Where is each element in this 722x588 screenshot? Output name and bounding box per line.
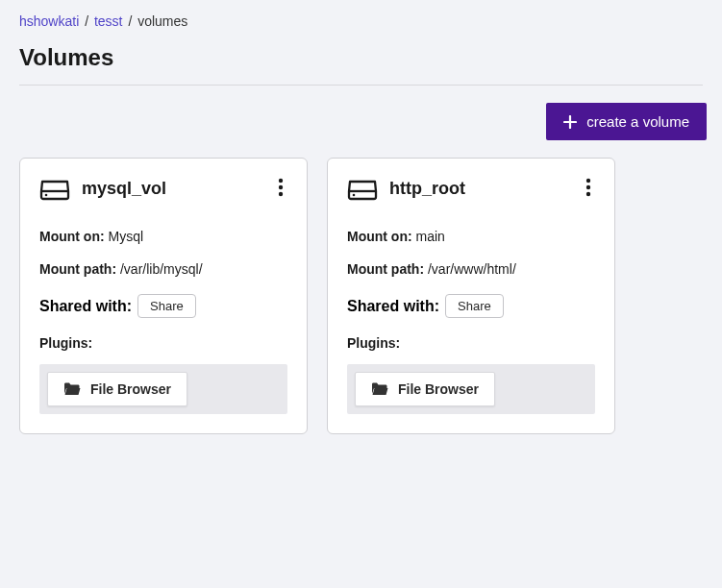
action-bar: create a volume bbox=[0, 86, 722, 158]
volume-card: http_root Mount on: main Mount path: /va… bbox=[327, 158, 615, 434]
more-vertical-icon bbox=[585, 178, 591, 200]
mount-on-value: Mysql bbox=[109, 229, 144, 244]
volume-name: http_root bbox=[389, 179, 465, 199]
plugins-section: Plugins: File Browser bbox=[347, 335, 595, 414]
mount-path-label: Mount path: bbox=[39, 261, 116, 277]
plugins-bar: File Browser bbox=[347, 364, 595, 414]
hard-drive-icon bbox=[347, 178, 378, 201]
mount-path-row: Mount path: /var/lib/mysql/ bbox=[39, 261, 287, 277]
plugins-section: Plugins: File Browser bbox=[39, 335, 287, 414]
file-browser-label: File Browser bbox=[398, 381, 479, 397]
create-volume-label: create a volume bbox=[586, 113, 689, 130]
svg-point-7 bbox=[586, 179, 590, 183]
volume-card-header: http_root bbox=[347, 174, 595, 204]
plugins-label: Plugins: bbox=[347, 335, 595, 351]
mount-on-label: Mount on: bbox=[39, 229, 105, 244]
more-vertical-icon bbox=[278, 178, 284, 200]
svg-point-3 bbox=[279, 185, 283, 189]
svg-point-8 bbox=[586, 185, 590, 189]
shared-with-label: Shared with: bbox=[39, 298, 132, 315]
file-browser-label: File Browser bbox=[90, 381, 171, 397]
svg-point-1 bbox=[45, 193, 48, 196]
breadcrumb-link-org[interactable]: hshowkati bbox=[19, 13, 79, 29]
shared-with-row: Shared with: Share bbox=[347, 294, 595, 318]
mount-on-value: main bbox=[416, 229, 445, 244]
volume-card-header: mysql_vol bbox=[39, 174, 287, 204]
mount-path-value: /var/lib/mysql/ bbox=[120, 261, 203, 277]
svg-point-6 bbox=[353, 193, 356, 196]
volume-title-group: http_root bbox=[347, 178, 465, 201]
mount-on-label: Mount on: bbox=[347, 229, 412, 244]
share-button[interactable]: Share bbox=[445, 294, 504, 318]
volume-name: mysql_vol bbox=[82, 179, 166, 199]
volumes-list: mysql_vol Mount on: Mysql Mount path: /v… bbox=[0, 158, 722, 434]
page-title: Volumes bbox=[0, 37, 722, 85]
breadcrumb-link-project[interactable]: tesst bbox=[94, 13, 123, 29]
shared-with-row: Shared with: Share bbox=[39, 294, 287, 318]
share-button[interactable]: Share bbox=[137, 294, 196, 318]
breadcrumb-separator: / bbox=[128, 13, 136, 29]
folder-open-icon bbox=[63, 382, 81, 396]
mount-on-row: Mount on: Mysql bbox=[39, 229, 287, 244]
more-options-button[interactable] bbox=[582, 174, 595, 204]
plugins-bar: File Browser bbox=[39, 364, 287, 414]
volume-title-group: mysql_vol bbox=[39, 178, 166, 201]
mount-path-label: Mount path: bbox=[347, 261, 424, 277]
mount-path-row: Mount path: /var/www/html/ bbox=[347, 261, 595, 277]
volume-card: mysql_vol Mount on: Mysql Mount path: /v… bbox=[19, 158, 308, 434]
file-browser-button[interactable]: File Browser bbox=[355, 372, 495, 406]
create-volume-button[interactable]: create a volume bbox=[546, 103, 707, 140]
svg-point-4 bbox=[279, 192, 283, 196]
svg-point-2 bbox=[279, 179, 283, 183]
breadcrumb-current: volumes bbox=[137, 13, 187, 29]
plugins-label: Plugins: bbox=[39, 335, 287, 351]
plus-icon bbox=[563, 115, 577, 129]
breadcrumb-separator: / bbox=[85, 13, 92, 29]
file-browser-button[interactable]: File Browser bbox=[47, 372, 187, 406]
hard-drive-icon bbox=[39, 178, 70, 201]
more-options-button[interactable] bbox=[274, 174, 287, 204]
breadcrumb: hshowkati / tesst / volumes bbox=[0, 0, 722, 37]
folder-open-icon bbox=[371, 382, 388, 396]
mount-on-row: Mount on: main bbox=[347, 229, 595, 244]
mount-path-value: /var/www/html/ bbox=[428, 261, 516, 277]
shared-with-label: Shared with: bbox=[347, 298, 439, 315]
svg-point-9 bbox=[586, 192, 590, 196]
